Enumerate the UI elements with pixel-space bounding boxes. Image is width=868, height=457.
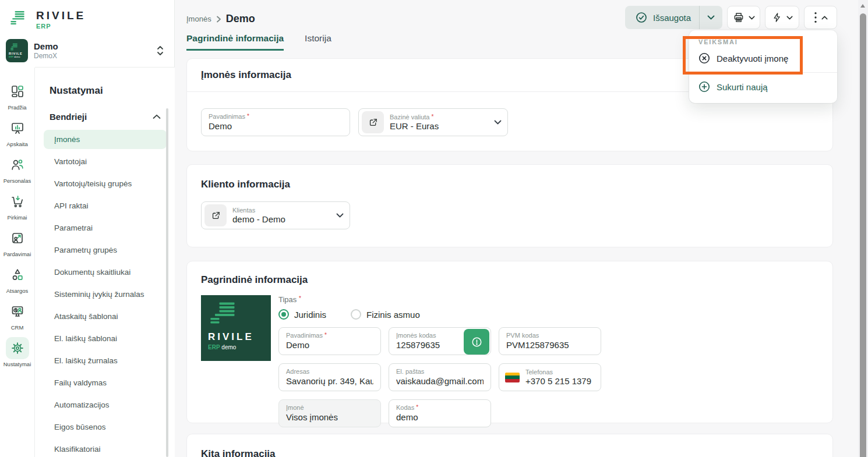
check-circle-icon — [636, 12, 647, 23]
gear-icon — [6, 337, 29, 359]
chevron-right-icon — [216, 16, 221, 23]
telefonas-field[interactable]: Telefonas +370 5 215 1379 — [499, 363, 601, 391]
other-info-card: Kita informacija — [186, 434, 833, 457]
grid-icon — [6, 80, 29, 102]
tipas-label: Tipas * — [278, 295, 818, 304]
sidebar: RIVILE ERP RIVILE — [0, 0, 175, 457]
more-actions-button[interactable] — [804, 6, 837, 29]
external-link-icon[interactable] — [362, 111, 384, 133]
pavadinimas-field[interactable]: Pavadinimas * Demo — [278, 327, 381, 355]
menu-item-parametru-grupes[interactable]: Parametrų grupės — [44, 240, 167, 260]
scroll-up-arrow[interactable] — [860, 4, 865, 8]
radio-fizinis-asmuo[interactable]: Fizinis asmuo — [351, 309, 420, 320]
chevron-down-icon — [786, 16, 793, 20]
radio-selected-icon — [278, 309, 289, 320]
rail-item-atsargos[interactable]: Atsargos — [1, 264, 34, 294]
printer-icon — [733, 12, 744, 23]
pvm-kodas-field[interactable]: PVM kodas PVM125879635 — [499, 327, 601, 355]
imones-kodas-field[interactable]: Įmonės kodas 125879635 — [389, 327, 491, 355]
external-link-icon[interactable] — [204, 204, 227, 226]
rail-item-pradzia[interactable]: Pradžia — [1, 80, 34, 111]
pavadinimas-field[interactable]: Pavadinimas * Demo — [201, 108, 350, 136]
rivile-stripes-icon — [9, 43, 19, 51]
lightning-icon — [772, 12, 782, 23]
imone-field: Įmonė Visos įmonės — [278, 399, 381, 427]
company-name: Demo — [34, 41, 150, 51]
main-content: Įmonės Demo Pagrindinė informacija Istor… — [175, 0, 868, 457]
page-scrollbar[interactable] — [858, 0, 868, 457]
lithuania-flag-icon[interactable] — [505, 373, 520, 382]
chevron-up-icon — [153, 114, 161, 119]
menu-item-dokumentu-skaitliukai[interactable]: Dokumentų skaitliukai — [44, 263, 167, 282]
el-pastas-field[interactable]: El. paštas vaiskauda@gmail.com — [389, 363, 491, 391]
chart-board-icon — [6, 117, 29, 139]
card-title: Kliento informacija — [201, 179, 818, 190]
rivile-stripes-icon — [7, 9, 28, 28]
brand-subtitle: ERP — [36, 23, 86, 30]
settings-menu: Nustatymai Bendrieji Įmonės Vartotojai V… — [36, 68, 175, 457]
brand-logo: RIVILE ERP — [7, 9, 86, 30]
shapes-icon — [6, 264, 29, 286]
card-title: Pagrindinė informacija — [201, 274, 818, 286]
page-title: Demo — [226, 13, 255, 25]
quick-actions-button[interactable] — [765, 6, 799, 29]
adresas-field[interactable]: Adresas Savanorių pr. 349, Kaun — [278, 363, 381, 391]
kebab-menu-icon — [814, 12, 817, 23]
exclamation-circle-icon — [471, 336, 482, 348]
klientas-select[interactable]: Klientas demo - Demo — [201, 201, 350, 229]
menu-group-bendrieji[interactable]: Bendrieji — [50, 112, 161, 122]
registry-check-button[interactable] — [464, 329, 489, 355]
cart-icon — [6, 190, 29, 212]
menu-item-el-laisku-zurnalas[interactable]: El. laiškų žurnalas — [44, 351, 167, 370]
saved-status-button[interactable]: Išsaugota — [625, 6, 722, 29]
saved-label: Išsaugota — [653, 13, 691, 23]
menu-item-sisteminiu-ivykiu-zurnalas[interactable]: Sisteminių įvykių žurnalas — [44, 285, 167, 304]
menu-item-automatizacijos[interactable]: Automatizacijos — [44, 395, 167, 415]
company-logo: RIVILE ERP demo — [6, 39, 28, 62]
menu-item-eigos-busenos[interactable]: Eigos būsenos — [44, 417, 167, 437]
menu-item-el-laisku-sablonai[interactable]: El. laiškų šablonai — [44, 329, 167, 348]
menu-item-klasifikatoriai[interactable]: Klasifikatoriai — [44, 440, 167, 457]
scrollbar-thumb[interactable] — [860, 13, 866, 457]
menu-item-vartotojai[interactable]: Vartotojai — [44, 152, 167, 171]
company-selector[interactable]: RIVILE ERP demo Demo DemoX — [6, 37, 169, 64]
main-info-card: Pagrindinė informacija RIVILE — [186, 261, 833, 423]
rail-item-apskaita[interactable]: Apskaita — [1, 117, 34, 147]
radio-juridinis[interactable]: Juridinis — [278, 309, 326, 320]
tabs: Pagrindinė informacija Istorija — [186, 33, 331, 51]
kodas-field[interactable]: Kodas * demo — [389, 399, 491, 427]
menu-item-failu-valdymas[interactable]: Failų valdymas — [44, 373, 167, 392]
chevron-up-icon — [821, 16, 828, 20]
menu-item-parametrai[interactable]: Parametrai — [44, 218, 167, 238]
tab-pagrindine-informacija[interactable]: Pagrindinė informacija — [186, 33, 284, 51]
rail-item-pirkimai[interactable]: Pirkimai — [1, 190, 34, 221]
rail-item-personalas[interactable]: Personalas — [1, 154, 34, 184]
rail-item-nustatymai[interactable]: Nustatymai — [1, 337, 34, 367]
tab-istorija[interactable]: Istorija — [305, 33, 331, 51]
people-icon — [6, 154, 29, 176]
menu-item-ataskaitu-sablonai[interactable]: Ataskaitų šablonai — [44, 307, 167, 326]
chevron-down-icon — [494, 120, 502, 125]
menu-item-api-raktai[interactable]: API raktai — [44, 196, 167, 215]
chevron-down-icon — [749, 16, 755, 20]
rail-item-pardavimai[interactable]: Pardavimai — [1, 227, 34, 257]
updown-icon[interactable] — [156, 45, 164, 56]
menu-item-imones[interactable]: Įmonės — [44, 130, 167, 149]
menu-item-deactivate-company[interactable]: Deaktyvuoti įmonę — [689, 47, 837, 70]
company-code: DemoX — [34, 52, 150, 60]
sidebar-header: RIVILE ERP RIVILE — [0, 0, 175, 68]
settings-menu-title: Nustatymai — [50, 85, 175, 97]
menu-item-create-new[interactable]: Sukurti naują — [689, 75, 837, 98]
company-logo-image: RIVILE ERP demo — [201, 295, 271, 361]
breadcrumb: Įmonės Demo — [186, 13, 255, 25]
crm-icon — [6, 300, 29, 323]
bazine-valiuta-select[interactable]: Bazinė valiuta * EUR - Euras — [358, 108, 508, 136]
print-button[interactable] — [727, 6, 760, 29]
breadcrumb-parent[interactable]: Įmonės — [186, 15, 211, 23]
menu-item-vartotoju-teisiu-grupes[interactable]: Vartotojų/teisių grupės — [44, 174, 167, 193]
rail-item-crm[interactable]: CRM — [1, 300, 34, 331]
saved-dropdown-toggle[interactable] — [699, 6, 722, 29]
client-info-card: Kliento informacija Klientas demo - Demo — [186, 164, 833, 247]
card-title: Kita informacija — [201, 448, 818, 457]
sidebar-scrollbar[interactable] — [166, 108, 168, 457]
